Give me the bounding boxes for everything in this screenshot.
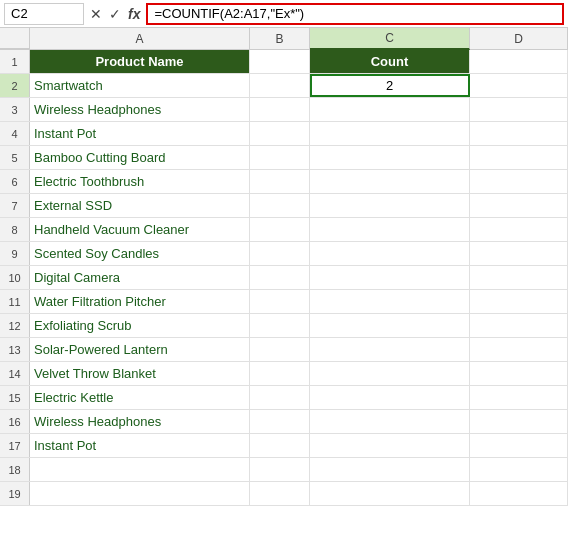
col-header-a[interactable]: A	[30, 28, 250, 50]
function-icon[interactable]: fx	[126, 6, 142, 22]
cell-d11[interactable]	[470, 290, 568, 313]
cell-c4[interactable]	[310, 122, 470, 145]
col-header-b[interactable]: B	[250, 28, 310, 50]
cell-reference-box[interactable]: C2	[4, 3, 84, 25]
formula-input[interactable]: =COUNTIF(A2:A17,"Ex*")	[146, 3, 564, 25]
cancel-icon[interactable]: ✕	[88, 6, 104, 22]
cell-a7[interactable]: External SSD	[30, 194, 250, 217]
cell-c19[interactable]	[310, 482, 470, 505]
cell-a2[interactable]: Smartwatch	[30, 74, 250, 97]
cell-d1[interactable]	[470, 50, 568, 73]
cell-c16[interactable]	[310, 410, 470, 433]
cell-b8[interactable]	[250, 218, 310, 241]
cell-a6[interactable]: Electric Toothbrush	[30, 170, 250, 193]
cell-c13[interactable]	[310, 338, 470, 361]
cell-d9[interactable]	[470, 242, 568, 265]
row-number: 9	[0, 242, 30, 265]
confirm-icon[interactable]: ✓	[107, 6, 123, 22]
table-row: 7External SSD	[0, 194, 568, 218]
cell-b5[interactable]	[250, 146, 310, 169]
cell-b12[interactable]	[250, 314, 310, 337]
cell-c3[interactable]	[310, 98, 470, 121]
cell-d10[interactable]	[470, 266, 568, 289]
cell-d6[interactable]	[470, 170, 568, 193]
row-number: 2	[0, 74, 30, 97]
cell-b10[interactable]	[250, 266, 310, 289]
table-row: 6Electric Toothbrush	[0, 170, 568, 194]
cell-b3[interactable]	[250, 98, 310, 121]
table-row: 19	[0, 482, 568, 506]
cell-b9[interactable]	[250, 242, 310, 265]
cell-b14[interactable]	[250, 362, 310, 385]
cell-a14[interactable]: Velvet Throw Blanket	[30, 362, 250, 385]
cell-d2[interactable]	[470, 74, 568, 97]
cell-a9[interactable]: Scented Soy Candles	[30, 242, 250, 265]
cell-d4[interactable]	[470, 122, 568, 145]
cell-b15[interactable]	[250, 386, 310, 409]
cell-a17[interactable]: Instant Pot	[30, 434, 250, 457]
cell-c12[interactable]	[310, 314, 470, 337]
cell-c6[interactable]	[310, 170, 470, 193]
cell-c14[interactable]	[310, 362, 470, 385]
cell-a5[interactable]: Bamboo Cutting Board	[30, 146, 250, 169]
table-row: 5Bamboo Cutting Board	[0, 146, 568, 170]
cell-b6[interactable]	[250, 170, 310, 193]
cell-a13[interactable]: Solar-Powered Lantern	[30, 338, 250, 361]
cell-b19[interactable]	[250, 482, 310, 505]
cell-c8[interactable]	[310, 218, 470, 241]
cell-c10[interactable]	[310, 266, 470, 289]
row-number: 1	[0, 50, 30, 73]
cell-d12[interactable]	[470, 314, 568, 337]
row-number: 19	[0, 482, 30, 505]
cell-a19[interactable]	[30, 482, 250, 505]
cell-d14[interactable]	[470, 362, 568, 385]
cell-a3[interactable]: Wireless Headphones	[30, 98, 250, 121]
cell-c7[interactable]	[310, 194, 470, 217]
cell-a18[interactable]	[30, 458, 250, 481]
cell-b7[interactable]	[250, 194, 310, 217]
cell-c15[interactable]	[310, 386, 470, 409]
cell-a4[interactable]: Instant Pot	[30, 122, 250, 145]
cell-c11[interactable]	[310, 290, 470, 313]
cell-b17[interactable]	[250, 434, 310, 457]
cell-b11[interactable]	[250, 290, 310, 313]
cell-b13[interactable]	[250, 338, 310, 361]
cell-c9[interactable]	[310, 242, 470, 265]
cell-a16[interactable]: Wireless Headphones	[30, 410, 250, 433]
cell-a10[interactable]: Digital Camera	[30, 266, 250, 289]
cell-d17[interactable]	[470, 434, 568, 457]
spreadsheet: A B C D 1 Product Name Count	[0, 28, 568, 74]
cell-c1[interactable]: Count	[310, 50, 470, 73]
cell-c5[interactable]	[310, 146, 470, 169]
col-header-d[interactable]: D	[470, 28, 568, 50]
table-row: 18	[0, 458, 568, 482]
cell-a8[interactable]: Handheld Vacuum Cleaner	[30, 218, 250, 241]
table-row: 2Smartwatch2	[0, 74, 568, 98]
cell-a12[interactable]: Exfoliating Scrub	[30, 314, 250, 337]
cell-d15[interactable]	[470, 386, 568, 409]
data-rows: 2Smartwatch23Wireless Headphones4Instant…	[0, 74, 568, 506]
row-number: 17	[0, 434, 30, 457]
cell-b1[interactable]	[250, 50, 310, 73]
col-header-c[interactable]: C	[310, 28, 470, 50]
cell-d7[interactable]	[470, 194, 568, 217]
table-row: 15Electric Kettle	[0, 386, 568, 410]
cell-b2[interactable]	[250, 74, 310, 97]
cell-c17[interactable]	[310, 434, 470, 457]
cell-a1[interactable]: Product Name	[30, 50, 250, 73]
cell-b4[interactable]	[250, 122, 310, 145]
cell-d19[interactable]	[470, 482, 568, 505]
cell-b16[interactable]	[250, 410, 310, 433]
cell-d16[interactable]	[470, 410, 568, 433]
cell-c18[interactable]	[310, 458, 470, 481]
cell-d18[interactable]	[470, 458, 568, 481]
cell-a11[interactable]: Water Filtration Pitcher	[30, 290, 250, 313]
row-number: 7	[0, 194, 30, 217]
cell-d5[interactable]	[470, 146, 568, 169]
cell-c2[interactable]: 2	[310, 74, 470, 97]
cell-a15[interactable]: Electric Kettle	[30, 386, 250, 409]
cell-d13[interactable]	[470, 338, 568, 361]
cell-b18[interactable]	[250, 458, 310, 481]
cell-d3[interactable]	[470, 98, 568, 121]
cell-d8[interactable]	[470, 218, 568, 241]
